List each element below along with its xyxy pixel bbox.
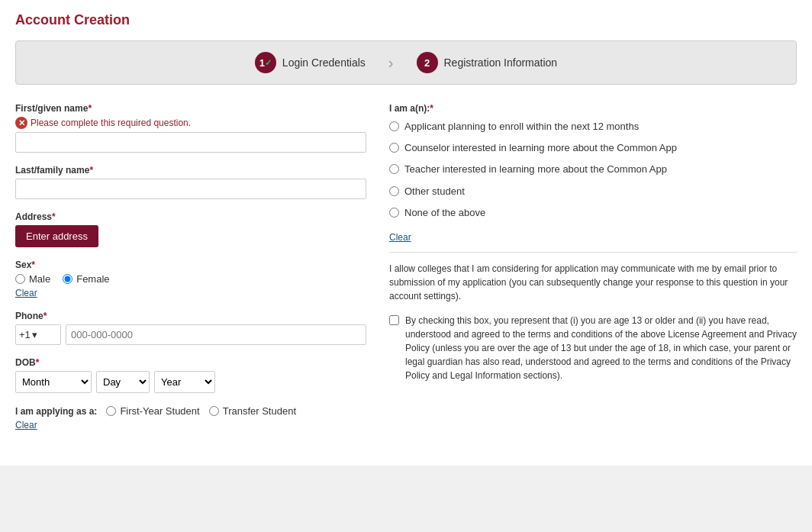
- error-icon: ✕: [15, 117, 27, 129]
- step-2-label: Registration Information: [444, 56, 558, 69]
- step-1-label: Login Credentials: [282, 56, 366, 69]
- left-column: First/given name* ✕ Please complete this…: [15, 103, 366, 443]
- applying-transfer-label: Transfer Student: [223, 405, 296, 417]
- first-name-error: ✕ Please complete this required question…: [15, 117, 366, 129]
- applying-transfer-option[interactable]: Transfer Student: [209, 405, 296, 417]
- step-arrow: ›: [388, 54, 394, 72]
- page-title: Account Creation: [15, 12, 797, 28]
- applying-transfer-radio[interactable]: [209, 406, 219, 416]
- first-name-input[interactable]: [15, 132, 366, 153]
- dob-group: DOB* Month JanuaryFebruaryMarch AprilMay…: [15, 357, 366, 393]
- step-1-circle: 1 ✓: [255, 52, 276, 73]
- sex-male-label: Male: [29, 273, 50, 285]
- last-name-group: Last/family name*: [15, 165, 366, 199]
- step-2-circle: 2: [417, 52, 438, 73]
- applying-as-label: I am applying as a:: [15, 406, 97, 417]
- steps-bar: 1 ✓ Login Credentials › 2 Registration I…: [15, 40, 797, 85]
- iam-label-2: Counselor interested in learning more ab…: [404, 141, 677, 155]
- dob-label: DOB*: [15, 357, 366, 368]
- step-2: 2 Registration Information: [417, 52, 558, 73]
- applying-first-year-option[interactable]: First-Year Student: [106, 405, 199, 417]
- iam-radio-4[interactable]: [389, 186, 399, 196]
- iam-label-5: None of the above: [404, 206, 485, 220]
- terms-checkbox-row: By checking this box, you represent that…: [389, 314, 797, 382]
- iam-option-5[interactable]: None of the above: [389, 206, 797, 220]
- iam-radio-5[interactable]: [389, 208, 399, 218]
- main-content: First/given name* ✕ Please complete this…: [15, 103, 797, 443]
- sex-label: Sex*: [15, 260, 366, 270]
- consent-text: I allow colleges that I am considering f…: [389, 262, 797, 303]
- sex-group: Sex* Male Female Clear: [15, 260, 366, 298]
- dob-year-select[interactable]: Year: [154, 371, 215, 393]
- iam-radio-1[interactable]: [389, 121, 399, 131]
- iam-label-4: Other student: [404, 185, 465, 198]
- dob-day-select[interactable]: Day: [96, 371, 150, 393]
- sex-female-option[interactable]: Female: [63, 273, 109, 285]
- step-1: 1 ✓ Login Credentials: [255, 52, 366, 73]
- terms-text: By checking this box, you represent that…: [405, 314, 797, 382]
- iam-radio-2[interactable]: [389, 143, 399, 153]
- last-name-input[interactable]: [15, 179, 366, 199]
- applying-as-group: I am applying as a: First-Year Student T…: [15, 405, 366, 430]
- iam-clear-link[interactable]: Clear: [389, 232, 411, 243]
- last-name-label: Last/family name*: [15, 165, 366, 176]
- first-name-label: First/given name*: [15, 103, 366, 114]
- sex-female-label: Female: [76, 273, 109, 285]
- address-group: Address* Enter address: [15, 211, 366, 247]
- iam-options-list: Applicant planning to enroll within the …: [389, 120, 797, 220]
- address-label: Address*: [15, 211, 366, 222]
- first-name-group: First/given name* ✕ Please complete this…: [15, 103, 366, 153]
- terms-checkbox[interactable]: [389, 315, 399, 325]
- phone-label: Phone*: [15, 311, 366, 321]
- iam-option-3[interactable]: Teacher interested in learning more abou…: [389, 163, 797, 176]
- iam-option-2[interactable]: Counselor interested in learning more ab…: [389, 141, 797, 155]
- applying-as-row: I am applying as a: First-Year Student T…: [15, 405, 366, 417]
- step-2-number: 2: [424, 57, 430, 69]
- sex-male-option[interactable]: Male: [15, 273, 50, 285]
- phone-country-code: +1: [19, 329, 31, 340]
- right-column: I am a(n):* Applicant planning to enroll…: [389, 103, 797, 443]
- sex-female-radio[interactable]: [63, 274, 72, 284]
- iam-radio-3[interactable]: [389, 164, 399, 174]
- enter-address-button[interactable]: Enter address: [15, 225, 98, 247]
- step-1-check: ✓: [265, 58, 272, 68]
- phone-country-select[interactable]: +1 ▾: [15, 324, 61, 345]
- iam-option-1[interactable]: Applicant planning to enroll within the …: [389, 120, 797, 134]
- iam-label: I am a(n):*: [389, 103, 797, 114]
- step-1-number: 1: [259, 57, 265, 69]
- dob-month-select[interactable]: Month JanuaryFebruaryMarch AprilMayJune …: [15, 371, 92, 393]
- sex-male-radio[interactable]: [15, 274, 25, 284]
- phone-row: +1 ▾: [15, 324, 366, 345]
- applying-clear-link[interactable]: Clear: [15, 420, 37, 430]
- right-divider: [389, 252, 797, 253]
- phone-dropdown-arrow: ▾: [32, 329, 37, 340]
- applying-first-year-radio[interactable]: [106, 406, 116, 416]
- sex-clear-link[interactable]: Clear: [15, 288, 37, 298]
- sex-options-row: Male Female: [15, 273, 366, 285]
- applying-first-year-label: First-Year Student: [120, 405, 199, 417]
- phone-group: Phone* +1 ▾: [15, 311, 366, 345]
- iam-label-3: Teacher interested in learning more abou…: [404, 163, 667, 176]
- phone-number-input[interactable]: [66, 324, 366, 345]
- iam-label-1: Applicant planning to enroll within the …: [404, 120, 639, 134]
- iam-option-4[interactable]: Other student: [389, 185, 797, 198]
- dob-row: Month JanuaryFebruaryMarch AprilMayJune …: [15, 371, 366, 393]
